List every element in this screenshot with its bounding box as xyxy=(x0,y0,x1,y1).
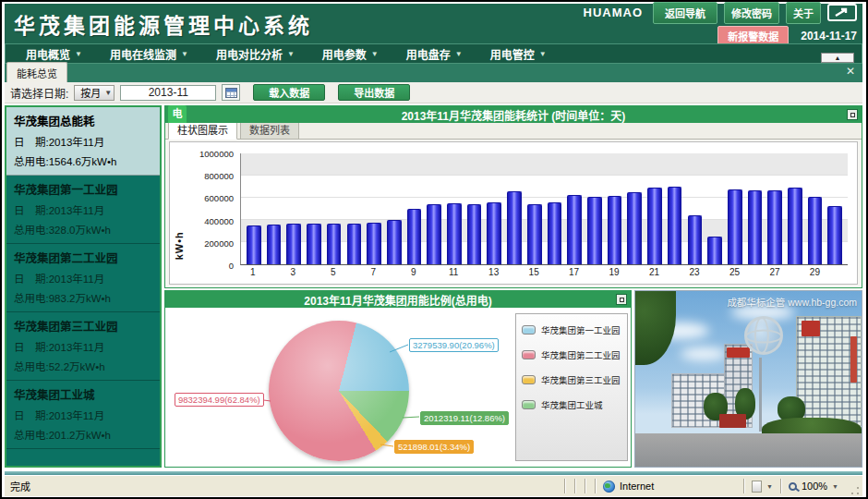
zone-label: Internet xyxy=(620,481,654,492)
legend-item: 华茂集团工业城 xyxy=(522,398,621,411)
bar-day-16 xyxy=(548,202,562,264)
pie-legend: 华茂集团第一工业园华茂集团第二工业园华茂集团第三工业园华茂集团工业城 xyxy=(515,313,628,461)
content-area: 华茂集团总能耗 日 期:2013年11月 总用电:1564.6万kW•h 华茂集… xyxy=(5,103,862,468)
collapse-header-button[interactable]: ▲ xyxy=(821,53,854,63)
bar-chart: kW•h 02000004000006000008000001000000 13… xyxy=(169,141,858,285)
zoom-control[interactable]: 100% ▼ xyxy=(781,481,846,492)
menu-label: 用电参数 xyxy=(322,46,367,62)
legend-label: 华茂集团工业城 xyxy=(541,398,603,411)
card-value: 总用电:1564.6万kW•h xyxy=(14,153,152,168)
card-date: 日 期:2013年11月 xyxy=(14,271,152,286)
card-value: 总用电:201.2万kW•h xyxy=(14,427,152,442)
about-button[interactable]: 关于 xyxy=(786,2,821,24)
bar-day-1 xyxy=(247,225,261,264)
menu-label: 用电概览 xyxy=(26,46,70,62)
pie-chart: 3279539.90(20.96%) 2012319.11(12.86%) 52… xyxy=(165,308,631,467)
tab-energy-overview[interactable]: 能耗总览 xyxy=(6,62,67,82)
x-tick-label: 25 xyxy=(725,267,745,282)
menu-power-control[interactable]: 用电管控▼ xyxy=(490,46,547,62)
exit-icon[interactable] xyxy=(827,4,857,21)
minimize-icon[interactable] xyxy=(847,109,858,120)
x-tick-label xyxy=(705,267,725,282)
bar-day-14 xyxy=(507,191,522,264)
x-tick-label: 1 xyxy=(243,267,263,282)
bar-panel-header: 2013年11月华茂集团能耗统计 (时间单位：天) xyxy=(165,106,862,123)
bar-day-4 xyxy=(307,224,321,264)
electricity-tab[interactable]: 电 xyxy=(168,105,187,123)
x-tick-label xyxy=(544,267,564,282)
menu-label: 用电管控 xyxy=(490,46,535,62)
x-tick-label xyxy=(263,267,283,282)
magnifier-icon xyxy=(789,482,797,491)
bar-day-10 xyxy=(427,204,441,264)
x-tick-label: 11 xyxy=(443,267,464,282)
x-tick-label xyxy=(383,267,404,282)
change-password-button[interactable]: 修改密码 xyxy=(724,2,779,24)
bar-day-15 xyxy=(527,204,542,264)
x-tick-label: 19 xyxy=(604,267,624,282)
minimize-icon[interactable] xyxy=(616,294,627,305)
bar-day-9 xyxy=(407,209,422,264)
page-tab-strip: 能耗总览 ✕ xyxy=(5,64,862,82)
browser-window: 华茂集团能源管理中心系统 HUAMAO 返回导航 修改密码 关于 新报警数据 2… xyxy=(0,0,868,499)
sidebar-energy-summary: 华茂集团总能耗 日 期:2013年11月 总用电:1564.6万kW•h 华茂集… xyxy=(5,105,162,468)
pie-label-industrial-city: 2012319.11(12.86%) xyxy=(420,411,509,425)
legend-label: 华茂集团第三工业园 xyxy=(541,373,621,386)
calendar-button[interactable] xyxy=(222,84,240,101)
x-tick-label: 5 xyxy=(323,267,344,282)
x-tick-label: 21 xyxy=(645,267,665,282)
sidebar-item-park3[interactable]: 华茂集团第三工业园 日 期:2013年11月 总用电:52.2万kW•h xyxy=(6,312,160,381)
menu-comparison-analysis[interactable]: 用电对比分析▼ xyxy=(216,46,295,62)
bottom-row: 2013年11月华茂集团用能比例(总用电) 3279539.90 xyxy=(164,290,862,468)
close-icon[interactable]: ✕ xyxy=(846,66,855,77)
card-date: 日 期:2013年11月 xyxy=(14,408,152,422)
menu-power-parameters[interactable]: 用电参数▼ xyxy=(322,46,379,62)
legend-item: 华茂集团第三工业园 xyxy=(522,373,621,386)
legend-swatch xyxy=(522,325,536,335)
x-tick-label: 9 xyxy=(404,267,424,282)
legend-swatch xyxy=(522,400,536,409)
internet-zone: Internet xyxy=(596,481,743,493)
facility-photo: 成都华标企管 www.hb-gg.com xyxy=(634,290,862,468)
calendar-icon xyxy=(225,88,237,98)
export-data-button[interactable]: 导出数据 xyxy=(338,84,410,101)
menu-power-overview[interactable]: 用电概览▼ xyxy=(26,46,82,62)
sidebar-item-park1[interactable]: 华茂集团第一工业园 日 期:2013年11月 总用电:328.0万kW•h xyxy=(6,176,160,244)
legend-item: 华茂集团第二工业园 xyxy=(522,348,621,361)
protected-mode-icon xyxy=(752,481,762,493)
building-sign xyxy=(802,321,820,336)
chevron-down-icon: ▼ xyxy=(766,483,773,490)
page-title: 华茂集团能源管理中心系统 xyxy=(14,8,313,40)
y-tick-label: 0 xyxy=(229,261,234,271)
legend-item: 华茂集团第一工业园 xyxy=(522,323,621,336)
app-header: 华茂集团能源管理中心系统 HUAMAO 返回导航 修改密码 关于 新报警数据 2… xyxy=(5,4,862,43)
bar-day-23 xyxy=(688,215,703,264)
sculpture-pole xyxy=(759,358,762,432)
back-nav-button[interactable]: 返回导航 xyxy=(653,2,717,24)
bar-day-17 xyxy=(567,195,582,264)
y-axis-label: kW•h xyxy=(174,231,185,260)
sidebar-item-park2[interactable]: 华茂集团第二工业园 日 期:2013年11月 总用电:983.2万kW•h xyxy=(6,244,160,312)
bar-plot-area xyxy=(240,153,848,265)
globe-sculpture xyxy=(744,316,783,355)
energy-bar-chart-panel: 电 2013年11月华茂集团能耗统计 (时间单位：天) 柱状图展示 数据列表 k… xyxy=(164,105,862,288)
pie-label-park3: 521898.01(3.34%) xyxy=(394,440,474,454)
sidebar-item-industrial-city[interactable]: 华茂集团工业城 日 期:2013年11月 总用电:201.2万kW•h xyxy=(6,381,160,449)
card-title: 华茂集团第一工业园 xyxy=(14,180,152,198)
x-tick-label xyxy=(785,267,805,282)
x-tick-label: 27 xyxy=(765,267,785,282)
y-tick-label: 400000 xyxy=(204,215,234,225)
period-select[interactable]: 按月▼ xyxy=(74,85,115,101)
protected-mode-control[interactable]: ▼ xyxy=(744,481,780,493)
date-input[interactable] xyxy=(120,85,216,101)
menu-power-inventory[interactable]: 用电盘存▼ xyxy=(406,46,463,62)
chevron-down-icon: ▼ xyxy=(104,89,112,97)
bar-day-24 xyxy=(707,237,722,264)
sidebar-item-total-energy[interactable]: 华茂集团总能耗 日 期:2013年11月 总用电:1564.6万kW•h xyxy=(6,107,160,176)
bar-day-8 xyxy=(387,220,402,264)
bars xyxy=(241,153,848,264)
chart-view-tabs: 柱状图展示 数据列表 xyxy=(165,123,862,140)
x-tick-label xyxy=(344,267,364,282)
load-data-button[interactable]: 载入数据 xyxy=(253,84,325,101)
menu-online-monitoring[interactable]: 用电在线监测▼ xyxy=(110,46,188,62)
